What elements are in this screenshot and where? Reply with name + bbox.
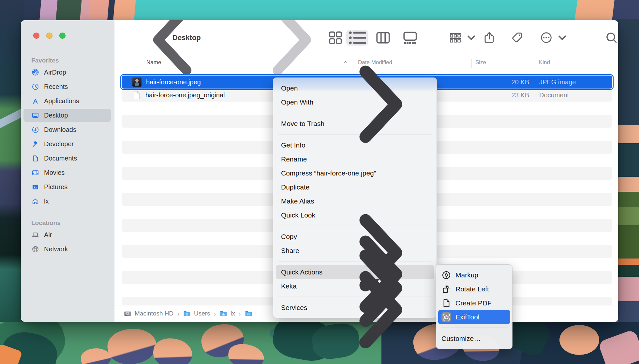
tag-icon xyxy=(511,31,524,44)
image-thumbnail xyxy=(132,77,141,87)
sidebar-item-applications[interactable]: Applications xyxy=(23,94,111,107)
submenu-item-create-pdf[interactable]: Create PDF xyxy=(438,296,510,310)
downloads-icon xyxy=(32,126,39,133)
file-name: hair-force-one.jpeg_original xyxy=(145,91,225,99)
icon-view-button[interactable] xyxy=(327,30,344,46)
sidebar-item-network[interactable]: Network xyxy=(23,243,111,256)
menu-item-rename[interactable]: Rename xyxy=(276,152,434,166)
sidebar-item-developer[interactable]: Developer xyxy=(23,137,111,150)
list-view-button[interactable] xyxy=(346,30,368,46)
exiftool-icon xyxy=(441,312,451,322)
column-header-name[interactable]: Name xyxy=(146,59,161,66)
group-by-dropdown-chevron[interactable] xyxy=(465,31,478,44)
path-segment-lx[interactable]: lx xyxy=(219,310,235,317)
zoom-button[interactable] xyxy=(59,33,66,39)
menu-item-get-info[interactable]: Get Info xyxy=(276,138,434,152)
submenu-item-rotate-left[interactable]: Rotate Left xyxy=(438,282,510,296)
search-button[interactable] xyxy=(605,31,618,44)
sidebar-item-pictures[interactable]: Pictures xyxy=(23,180,111,193)
ellipsis-circle-icon xyxy=(540,31,553,44)
submenu-chevron-icon xyxy=(331,53,429,151)
group-by-icon xyxy=(449,31,462,44)
menu-item-label: Rename xyxy=(281,155,429,163)
file-name-cell: hair-force-one.jpeg_original xyxy=(132,91,225,100)
sidebar-item-label: Documents xyxy=(44,155,77,162)
menu-item-label: Keka xyxy=(281,282,331,290)
column-header-size[interactable]: Size xyxy=(475,59,486,66)
menu-item-label: Open With xyxy=(281,98,331,106)
sidebar: Favorites AirDropRecentsApplicationsDesk… xyxy=(21,20,114,322)
menu-item-duplicate[interactable]: Duplicate xyxy=(276,180,434,194)
path-segment-3[interactable] xyxy=(245,310,253,317)
share-button[interactable] xyxy=(483,31,496,44)
file-name-cell: hair-force-one.jpeg xyxy=(132,77,201,87)
group-by-button[interactable] xyxy=(449,31,462,44)
file-kind: Document xyxy=(539,91,569,99)
toolbar: Desktop xyxy=(114,20,618,55)
sidebar-item-label: Network xyxy=(44,245,68,253)
menu-item-compress-hair-force-one-jpeg[interactable]: Compress “hair-force-one.jpeg” xyxy=(276,166,434,180)
airdrop-icon xyxy=(32,69,39,76)
more-actions-dropdown-chevron[interactable] xyxy=(556,31,569,44)
tags-button[interactable] xyxy=(511,31,524,44)
desktop: Favorites AirDropRecentsApplicationsDesk… xyxy=(0,0,639,364)
menu-item-open-with[interactable]: Open With xyxy=(276,95,434,109)
view-grid-icon xyxy=(327,30,344,46)
minimize-button[interactable] xyxy=(46,33,52,39)
column-header-kind[interactable]: Kind xyxy=(539,59,550,66)
sidebar-item-label: Applications xyxy=(44,97,79,105)
folder-users-icon xyxy=(183,310,191,317)
photo-icon xyxy=(32,183,39,191)
sidebar-item-movies[interactable]: Movies xyxy=(23,166,111,179)
markup-icon xyxy=(441,270,451,280)
submenu-chevron-icon xyxy=(331,259,429,357)
window-controls xyxy=(21,20,114,39)
menu-item-move-to-trash[interactable]: Move to Trash xyxy=(276,117,434,131)
gallery-view-button[interactable] xyxy=(402,30,418,46)
view-list-icon xyxy=(346,27,368,49)
path-segment-label: Macintosh HD xyxy=(135,310,173,317)
sidebar-item-recents[interactable]: Recents xyxy=(23,80,111,93)
globe-icon xyxy=(32,245,39,253)
menu-item-label: Move to Trash xyxy=(281,120,429,128)
submenu-item-markup[interactable]: Markup xyxy=(438,268,510,282)
film-icon xyxy=(32,169,39,176)
sidebar-item-air[interactable]: Air xyxy=(23,228,111,241)
submenu-item-exiftool[interactable]: ExifTool xyxy=(438,310,510,324)
column-divider[interactable] xyxy=(471,59,472,68)
column-view-button[interactable] xyxy=(375,30,391,46)
sidebar-item-label: Downloads xyxy=(44,126,76,133)
chevron-down-icon xyxy=(556,31,569,44)
search-icon xyxy=(605,31,618,44)
path-segment-macintosh-hd[interactable]: Macintosh HD xyxy=(124,310,173,317)
menu-item-label: Compress “hair-force-one.jpeg” xyxy=(281,169,429,177)
menu-item-label: Share xyxy=(281,247,331,255)
submenu-item-customize[interactable]: Customize… xyxy=(438,331,510,345)
path-segment-users[interactable]: Users xyxy=(183,310,210,317)
sidebar-item-lx[interactable]: lx xyxy=(23,195,111,208)
sidebar-item-documents[interactable]: Documents xyxy=(23,152,111,165)
file-name: hair-force-one.jpeg xyxy=(146,78,201,86)
menu-item-label: Duplicate xyxy=(281,183,429,191)
file-size: 23 KB xyxy=(480,91,529,99)
menu-item-label: Quick Actions xyxy=(281,268,331,276)
path-segment-label: Users xyxy=(194,310,210,317)
view-gallery-icon xyxy=(402,30,418,46)
applications-icon xyxy=(32,97,39,105)
menu-item-label: Services xyxy=(281,304,331,312)
folder-home-icon xyxy=(219,310,228,317)
submenu-item-label: Rotate Left xyxy=(455,285,489,293)
more-actions-button[interactable] xyxy=(540,31,553,44)
column-divider[interactable] xyxy=(535,59,535,68)
sidebar-item-label: Pictures xyxy=(44,183,67,191)
sidebar-item-downloads[interactable]: Downloads xyxy=(23,123,111,136)
file-kind: JPEG image xyxy=(539,78,576,86)
menu-item-services[interactable]: Services xyxy=(276,301,434,315)
sidebar-locations-list: AirNetwork xyxy=(21,228,114,256)
clock-icon xyxy=(32,83,39,91)
sidebar-item-airdrop[interactable]: AirDrop xyxy=(23,66,111,79)
menu-item-label: Get Info xyxy=(281,141,429,149)
close-button[interactable] xyxy=(33,33,39,39)
document-icon xyxy=(32,155,39,162)
sidebar-item-desktop[interactable]: Desktop xyxy=(23,109,111,122)
